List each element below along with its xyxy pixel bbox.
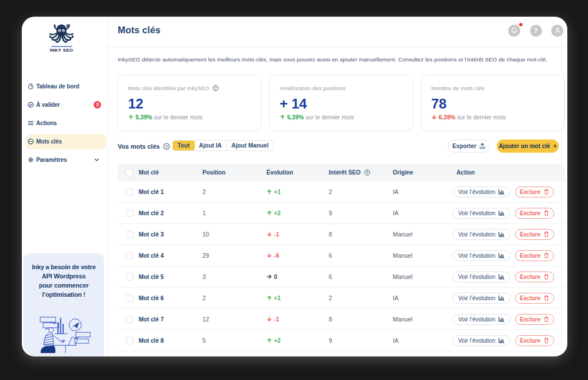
svg-text:?: ? xyxy=(214,86,216,90)
svg-text:?: ? xyxy=(165,145,168,149)
svg-text:?: ? xyxy=(366,170,368,175)
